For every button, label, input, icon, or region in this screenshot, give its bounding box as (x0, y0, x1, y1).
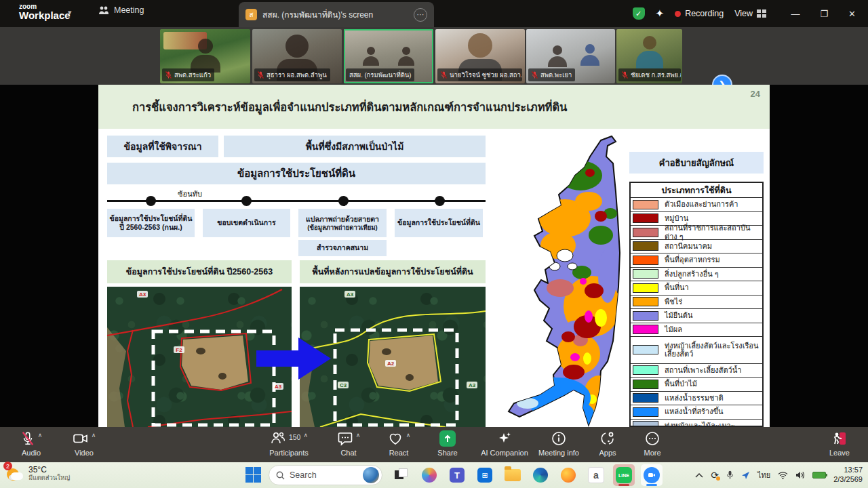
ai-sparkle-icon[interactable]: ✦ (656, 7, 665, 20)
ai-sparkle-icon (496, 430, 513, 447)
security-shield-icon[interactable]: ✓ (633, 7, 645, 20)
teams-icon[interactable]: T (446, 464, 468, 486)
participant-name-tag: นายวิโรจน์ ซูช่วย ผอ.สถา... (437, 68, 522, 81)
language-indicator[interactable]: ไทย (757, 469, 770, 481)
legend-row: พื้นที่นา (631, 281, 762, 296)
legend-swatch (633, 283, 658, 293)
tab-meeting[interactable]: Meeting (98, 5, 144, 15)
tray-chevron-up-icon[interactable] (695, 472, 703, 478)
video-options-caret[interactable]: ∧ (92, 432, 96, 439)
weather-widget[interactable]: 2 35°C มีแดดส่วนใหญ่ (5, 464, 70, 483)
participant-name-tag: สุธารา ผอ.สพด.ลำพูน (254, 68, 330, 81)
weather-icon: 2 (5, 464, 24, 483)
legend-row: ตัวเมืองและย่านการค้า (631, 198, 762, 212)
system-tray: ⟳ ไทย 13:57 2/3/2569 (695, 462, 863, 488)
location-arrow-icon[interactable] (741, 471, 750, 480)
participant-video[interactable]: สพด.พะเยา (526, 29, 615, 83)
chat-bubble-icon (337, 430, 353, 447)
legend-title: คำอธิบายสัญลักษณ์ (629, 152, 764, 174)
search-input[interactable]: Search (269, 465, 382, 485)
clock[interactable]: 13:57 2/3/2569 (833, 466, 863, 485)
legend-swatch (633, 421, 658, 427)
meeting-info-button[interactable]: Meeting info (533, 430, 585, 457)
legend-row: พืชไร่ (631, 296, 762, 310)
chat-button[interactable]: ∧ Chat (331, 430, 366, 457)
chevron-down-icon[interactable]: ▾ (68, 8, 72, 17)
slide-page-number: 24 (751, 89, 760, 99)
participant-video[interactable]: สุธารา ผอ.สพด.ลำพูน (252, 29, 342, 83)
participant-video[interactable]: นายวิโรจน์ ซูช่วย ผอ.สถา... (435, 29, 525, 83)
mic-in-use-icon[interactable] (726, 470, 734, 480)
step-visual-interpretation: แปลภาพถ่ายด้วยสายตา (ข้อมูลภาพถ่ายดาวเที… (298, 209, 387, 237)
participant-video-active-speaker[interactable]: สสผ. (กรมพัฒนาที่ดิน) (344, 29, 433, 83)
tab-meeting-label: Meeting (114, 5, 144, 15)
info-icon (551, 430, 567, 447)
participants-options-caret[interactable]: ∧ (303, 432, 308, 439)
react-button[interactable]: ∧ React (380, 430, 418, 457)
legend-swatch (633, 256, 658, 265)
share-button[interactable]: Share (431, 430, 464, 457)
apps-button[interactable]: Apps (591, 430, 624, 457)
zoom-app-icon[interactable] (641, 464, 663, 486)
plot-label: A3 (275, 384, 282, 390)
legend-label: สถานที่เพาะเลี้ยงสัตว์น้ำ (665, 366, 741, 375)
participant-silhouette (580, 44, 599, 66)
legend-label: ไม้ยืนต้น (665, 311, 692, 320)
participant-video[interactable]: สพด.สระแก้ว (160, 29, 250, 83)
windows-start-button[interactable] (245, 467, 262, 483)
recording-label: Recording (685, 9, 724, 18)
legend-label: พื้นที่อุตสาหกรรม (665, 256, 720, 264)
legend-swatch (633, 200, 658, 209)
leave-icon (831, 430, 848, 447)
plot-label: A3 (469, 382, 476, 388)
a-app-icon[interactable]: a (585, 464, 607, 486)
battery-icon[interactable] (812, 472, 826, 479)
muted-mic-icon (165, 71, 172, 79)
file-explorer-icon[interactable] (502, 464, 524, 486)
ai-companion-button[interactable]: AI Companion (475, 430, 534, 457)
heart-icon (387, 430, 403, 447)
audio-label: Audio (12, 449, 50, 457)
step-landuse-result: ข้อมูลการใช้ประโยชน์ที่ดิน (395, 209, 483, 237)
slide-header: 24 การชี้แจงการวิเคราะห์ข้อมูลเพื่อจำแนก… (98, 85, 770, 129)
speaker-icon[interactable] (795, 471, 805, 479)
firefox-icon[interactable] (557, 464, 579, 486)
tab-shared-screen[interactable]: ส สสผ. (กรมพัฒนาที่ดิน)'s screen ⋯ (239, 2, 434, 27)
video-button[interactable]: ∧ Video (65, 430, 103, 457)
muted-mic-icon (20, 430, 35, 447)
zoom-active-indicator (646, 484, 657, 486)
recording-dot-icon (675, 11, 681, 17)
legend-label: ไม้ผล (665, 325, 682, 334)
aerial-photo-after: A3 A2 C3 A3 (300, 287, 486, 427)
chat-options-caret[interactable]: ∧ (356, 432, 361, 439)
participants-button[interactable]: 150 ∧ Participants (263, 430, 315, 457)
participant-silhouette (398, 47, 414, 66)
step-landuse-2560-2563: ข้อมูลการใช้ประโยชน์ที่ดิน ปี 2560-2563 … (107, 209, 195, 237)
search-placeholder: Search (290, 470, 317, 480)
participant-silhouette (636, 36, 663, 68)
minimize-button[interactable]: — (791, 9, 800, 19)
task-view-button[interactable] (391, 464, 412, 486)
microsoft-store-icon[interactable]: ⊞ (474, 464, 496, 486)
wifi-icon[interactable] (778, 472, 788, 479)
legend-row: แหล่งน้ำธรรมชาติ (631, 392, 762, 406)
edge-icon[interactable] (530, 464, 551, 486)
close-button[interactable]: ✕ (848, 9, 856, 19)
legend-label: หมู่บ้าน (665, 214, 688, 223)
leave-button[interactable]: Leave (822, 430, 857, 457)
search-highlight-image[interactable] (363, 467, 379, 483)
audio-button[interactable]: ∧ Audio (12, 430, 50, 457)
sync-icon[interactable]: ⟳ (711, 470, 719, 481)
view-button[interactable]: View (734, 9, 766, 18)
restore-button[interactable]: ❐ (820, 9, 828, 19)
participants-count: 150 (289, 433, 301, 441)
participant-video[interactable]: ชัยเดช ก.สร.สพย.8 (616, 29, 682, 83)
tab-options-icon[interactable]: ⋯ (414, 8, 427, 22)
react-options-caret[interactable]: ∧ (406, 432, 411, 439)
legend-swatch (633, 214, 658, 223)
box-forest-area: พื้นที่ซึ่งมีสภาพเป็นป่าไม้ (224, 136, 486, 157)
copilot-icon[interactable] (418, 464, 440, 486)
line-app-icon[interactable]: LINE (613, 464, 635, 486)
audio-options-caret[interactable]: ∧ (38, 432, 43, 439)
more-button[interactable]: More (636, 430, 669, 457)
